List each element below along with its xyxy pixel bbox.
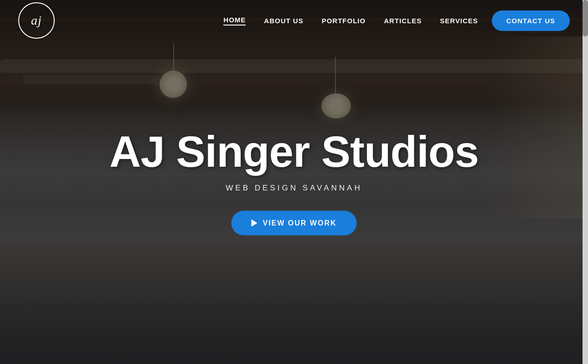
- nav-services[interactable]: SERVICES: [440, 17, 478, 25]
- cta-label: VIEW OUR WORK: [263, 219, 337, 227]
- contact-us-button[interactable]: CONTACT US: [492, 10, 570, 31]
- navbar: aj HOME ABOUT US PORTFOLIO ARTICLES SERV…: [0, 0, 588, 41]
- hero-title: AJ Singer Studios: [30, 128, 559, 174]
- hero-content: AJ Singer Studios WEB DESIGN SAVANNAH VI…: [30, 128, 559, 236]
- nav-portfolio[interactable]: PORTFOLIO: [322, 17, 366, 25]
- play-icon: [252, 220, 258, 227]
- hero-subtitle: WEB DESIGN SAVANNAH: [30, 184, 559, 193]
- nav-about[interactable]: ABOUT US: [264, 17, 303, 25]
- nav-home[interactable]: HOME: [223, 16, 246, 26]
- logo-text: aj: [31, 13, 42, 28]
- scrollbar-track: [583, 0, 588, 364]
- hero-section: aj HOME ABOUT US PORTFOLIO ARTICLES SERV…: [0, 0, 588, 364]
- logo[interactable]: aj: [18, 2, 55, 39]
- nav-articles[interactable]: ARTICLES: [384, 17, 422, 25]
- nav-links: HOME ABOUT US PORTFOLIO ARTICLES SERVICE…: [223, 16, 478, 26]
- view-our-work-button[interactable]: VIEW OUR WORK: [232, 211, 357, 236]
